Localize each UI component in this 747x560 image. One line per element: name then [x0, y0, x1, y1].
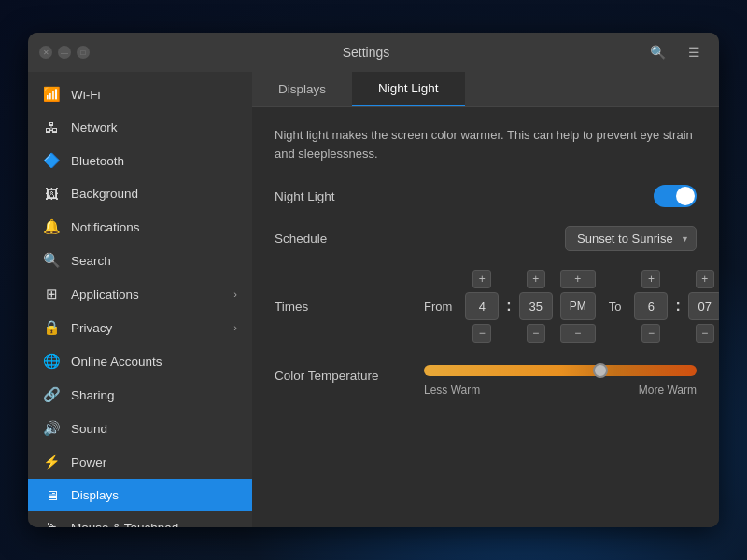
close-button[interactable]: ✕ [39, 46, 52, 59]
sidebar-item-wifi[interactable]: 📶Wi-Fi [28, 77, 252, 111]
mouse-icon: 🖱 [43, 520, 60, 527]
to-hour-down[interactable]: − [641, 324, 660, 343]
sidebar-item-applications[interactable]: ⊞Applications› [28, 277, 252, 311]
to-hour-stepper: + 6 − [634, 270, 668, 343]
from-minute-stepper: + 35 − [519, 270, 553, 343]
applications-icon: ⊞ [43, 286, 60, 302]
sidebar-label-applications: Applications [71, 287, 139, 301]
sidebar-item-online-accounts[interactable]: 🌐Online Accounts [28, 344, 252, 378]
sidebar-label-bluetooth: Bluetooth [71, 154, 124, 168]
sidebar-item-displays[interactable]: 🖥Displays [28, 479, 252, 511]
more-warm-label: More Warm [639, 384, 697, 397]
wifi-icon: 📶 [43, 86, 60, 103]
sidebar-item-mouse[interactable]: 🖱Mouse & Touchpad [28, 511, 252, 527]
from-minute-value[interactable]: 35 [519, 292, 553, 320]
search-button[interactable]: 🔍 [642, 41, 673, 63]
from-hour-value[interactable]: 4 [465, 292, 499, 320]
to-label: To [603, 300, 627, 314]
schedule-dropdown-wrapper: Sunset to Sunrise Manual Schedule [565, 226, 697, 251]
sidebar-item-bluetooth[interactable]: 🔷Bluetooth [28, 144, 252, 177]
from-minute-up[interactable]: + [527, 270, 545, 288]
network-icon: 🖧 [43, 119, 60, 135]
chevron-icon: › [233, 322, 237, 333]
from-hour-up[interactable]: + [472, 270, 491, 288]
sidebar-item-search[interactable]: 🔍Search [28, 244, 252, 277]
background-icon: 🖼 [43, 186, 60, 202]
privacy-icon: 🔒 [43, 319, 60, 336]
from-ampm-value[interactable]: PM [560, 292, 596, 320]
night-light-control [424, 185, 697, 207]
sidebar-label-power: Power [71, 455, 106, 469]
sidebar-label-search: Search [71, 254, 111, 268]
schedule-row: Schedule Sunset to Sunrise Manual Schedu… [275, 226, 697, 251]
sidebar-item-sound[interactable]: 🔊Sound [28, 412, 252, 445]
to-minute-stepper: + 07 − [688, 270, 719, 343]
window-controls: ✕ — □ [39, 46, 90, 59]
slider-labels: Less Warm More Warm [424, 384, 697, 397]
schedule-control: Sunset to Sunrise Manual Schedule [424, 226, 697, 251]
tab-displays[interactable]: Displays [252, 72, 352, 106]
power-icon: ⚡ [43, 454, 60, 470]
times-controls: From + 4 − : + 35 − [424, 270, 719, 343]
tabs-bar: Displays Night Light [252, 72, 719, 107]
slider-thumb[interactable] [593, 363, 608, 378]
slider-track[interactable] [424, 365, 697, 376]
less-warm-label: Less Warm [424, 384, 480, 397]
to-minute-up[interactable]: + [696, 270, 714, 288]
from-separator: : [506, 298, 511, 315]
tab-night-light[interactable]: Night Light [352, 72, 465, 106]
schedule-label: Schedule [275, 231, 424, 245]
from-minute-down[interactable]: − [527, 324, 545, 343]
displays-icon: 🖥 [43, 487, 60, 503]
sidebar-label-online-accounts: Online Accounts [71, 355, 162, 369]
bluetooth-icon: 🔷 [43, 152, 60, 169]
sidebar-item-notifications[interactable]: 🔔Notifications [28, 210, 252, 244]
panel-content: Night light makes the screen color warme… [252, 107, 719, 527]
sidebar-item-privacy[interactable]: 🔒Privacy› [28, 311, 252, 344]
from-ampm-down[interactable]: − [560, 324, 596, 343]
sidebar-label-notifications: Notifications [71, 220, 140, 234]
sidebar-label-privacy: Privacy [71, 321, 112, 335]
to-hour-up[interactable]: + [641, 270, 660, 288]
menu-button[interactable]: ☰ [681, 41, 708, 63]
sidebar-item-background[interactable]: 🖼Background [28, 177, 252, 210]
sound-icon: 🔊 [43, 420, 60, 437]
to-separator: : [675, 298, 680, 315]
chevron-icon: › [233, 288, 237, 300]
color-temp-control: Less Warm More Warm [424, 361, 697, 397]
sidebar-item-network[interactable]: 🖧Network [28, 111, 252, 144]
night-light-toggle[interactable] [654, 185, 697, 207]
from-hour-down[interactable]: − [472, 324, 491, 343]
sidebar-item-sharing[interactable]: 🔗Sharing [28, 378, 252, 412]
times-row: Times From + 4 − : + [275, 270, 697, 343]
sidebar-label-background: Background [71, 187, 138, 201]
sharing-icon: 🔗 [43, 386, 60, 403]
schedule-dropdown[interactable]: Sunset to Sunrise Manual Schedule [565, 226, 697, 251]
maximize-button[interactable]: □ [77, 46, 90, 59]
color-temp-row: Color Temperature Less Warm More Warm [275, 361, 697, 397]
color-temp-label: Color Temperature [275, 361, 424, 383]
sidebar-item-power[interactable]: ⚡Power [28, 445, 252, 479]
night-light-row: Night Light [275, 185, 697, 207]
from-ampm-stepper: + PM − [560, 270, 596, 343]
main-content: 📶Wi-Fi🖧Network🔷Bluetooth🖼Background🔔Noti… [28, 72, 719, 527]
to-minute-down[interactable]: − [696, 324, 714, 343]
description-text: Night light makes the screen color warme… [275, 126, 697, 162]
to-hour-value[interactable]: 6 [634, 292, 668, 320]
slider-wrapper [424, 361, 697, 380]
from-ampm-up[interactable]: + [560, 270, 596, 288]
minimize-button[interactable]: — [58, 46, 71, 59]
right-panel: Displays Night Light Night light makes t… [252, 72, 719, 527]
notifications-icon: 🔔 [43, 218, 60, 235]
from-label: From [424, 300, 452, 314]
sidebar-label-network: Network [71, 120, 118, 134]
window-title: Settings [97, 45, 635, 60]
sidebar-label-sound: Sound [71, 422, 107, 436]
sidebar-label-displays: Displays [71, 488, 119, 502]
sidebar: 📶Wi-Fi🖧Network🔷Bluetooth🖼Background🔔Noti… [28, 72, 252, 527]
to-minute-value[interactable]: 07 [688, 292, 719, 320]
sidebar-label-mouse: Mouse & Touchpad [71, 521, 178, 527]
settings-window: ✕ — □ Settings 🔍 ☰ 📶Wi-Fi🖧Network🔷Blueto… [28, 33, 719, 527]
titlebar: ✕ — □ Settings 🔍 ☰ [28, 33, 719, 72]
search-icon: 🔍 [43, 252, 60, 269]
